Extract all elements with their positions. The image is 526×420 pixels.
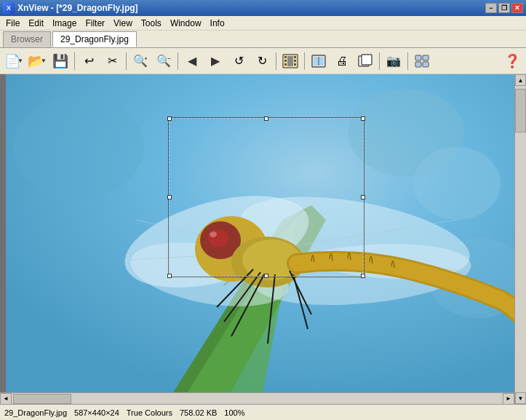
- tab-bar: Browser 29_DragonFly.jpg: [0, 31, 526, 48]
- svg-rect-8: [287, 56, 293, 66]
- rotate-left-button[interactable]: ↺: [228, 51, 250, 71]
- tab-browser[interactable]: Browser: [3, 31, 51, 47]
- separator-1: [74, 52, 75, 70]
- compare-button[interactable]: [411, 51, 433, 71]
- menu-file[interactable]: File: [1, 17, 24, 30]
- separator-7: [407, 52, 408, 70]
- separator-2: [126, 52, 127, 70]
- separator-6: [379, 52, 380, 70]
- capture-button[interactable]: 📷: [383, 51, 405, 71]
- next-icon: ▶: [211, 54, 220, 68]
- zoom-in-button[interactable]: 🔍+: [129, 51, 151, 71]
- separator-4: [276, 52, 276, 70]
- svg-rect-14: [415, 55, 421, 60]
- app-icon: X: [3, 2, 15, 14]
- filmstrip-button[interactable]: [279, 51, 301, 71]
- svg-rect-13: [362, 55, 372, 65]
- scissors-button[interactable]: ✂: [101, 51, 123, 71]
- print-icon: 🖨: [336, 55, 348, 68]
- svg-point-37: [210, 231, 217, 237]
- horizontal-scrollbar[interactable]: ◄ ►: [0, 392, 514, 404]
- separator-3: [178, 52, 178, 70]
- help-button[interactable]: ❓: [501, 51, 523, 71]
- scroll-down-button[interactable]: ▼: [515, 392, 526, 404]
- status-colormode: True Colours: [127, 408, 172, 417]
- multipage-icon: [357, 54, 373, 68]
- scroll-left-button[interactable]: ◄: [0, 393, 12, 405]
- zoom-out-icon: 🔍−: [156, 54, 171, 68]
- undo-icon: ↩: [84, 54, 94, 68]
- image-canvas: [0, 74, 526, 404]
- scroll-right-button[interactable]: ►: [503, 393, 514, 405]
- title-bar-controls[interactable]: − ❐ ✕: [485, 3, 523, 13]
- new-button[interactable]: 📄 ▼: [3, 51, 25, 71]
- svg-point-21: [13, 96, 144, 198]
- title-bar-left: X XnView - [*29_DragonFly.jpg]: [3, 2, 138, 14]
- status-bar: 29_DragonFly.jpg 587×440×24 True Colours…: [0, 404, 526, 420]
- filmstrip-icon: [282, 54, 298, 68]
- svg-rect-6: [294, 60, 296, 62]
- open-arrow-icon: ▼: [41, 58, 47, 64]
- svg-point-20: [413, 147, 501, 220]
- separator-5: [304, 52, 305, 70]
- svg-rect-7: [294, 63, 296, 66]
- toolbar: 📄 ▼ 📂 ▼ 💾 ↩ ✂ 🔍+ 🔍− ◀ ▶ ↺ ↻: [0, 48, 526, 74]
- restore-button[interactable]: ❐: [498, 3, 510, 13]
- fit-window-icon: [311, 54, 327, 68]
- svg-rect-3: [284, 60, 287, 62]
- open-button[interactable]: 📂 ▼: [26, 51, 48, 71]
- minimize-button[interactable]: −: [485, 3, 497, 13]
- svg-rect-17: [423, 62, 429, 67]
- main-content: ▲ ▼ ◄ ►: [0, 74, 526, 404]
- menu-info[interactable]: Info: [206, 17, 229, 30]
- svg-rect-16: [415, 62, 421, 67]
- status-zoom: 100%: [224, 408, 244, 417]
- zoom-out-button[interactable]: 🔍−: [153, 51, 175, 71]
- rotate-right-icon: ↻: [258, 54, 267, 68]
- svg-point-36: [208, 229, 228, 247]
- prev-icon: ◀: [188, 54, 196, 68]
- menu-bar: File Edit Image Filter View Tools Window…: [0, 16, 526, 31]
- menu-filter[interactable]: Filter: [81, 17, 109, 30]
- svg-rect-15: [423, 55, 429, 60]
- zoom-in-icon: 🔍+: [133, 54, 148, 68]
- menu-edit[interactable]: Edit: [24, 17, 48, 30]
- camera-icon: 📷: [386, 54, 401, 68]
- scroll-thumb-horizontal[interactable]: [13, 394, 71, 404]
- tab-image[interactable]: 29_DragonFly.jpg: [52, 31, 137, 47]
- svg-rect-5: [294, 56, 296, 58]
- close-button[interactable]: ✕: [511, 3, 523, 13]
- scroll-up-button[interactable]: ▲: [515, 74, 526, 86]
- title-bar: X XnView - [*29_DragonFly.jpg] − ❐ ✕: [0, 0, 526, 16]
- menu-view[interactable]: View: [109, 17, 137, 30]
- window-title: XnView - [*29_DragonFly.jpg]: [17, 3, 138, 13]
- new-arrow-icon: ▼: [17, 58, 23, 64]
- scroll-thumb-vertical[interactable]: [515, 89, 526, 132]
- save-button[interactable]: 💾: [49, 51, 71, 71]
- multipage-button[interactable]: [354, 51, 376, 71]
- menu-image[interactable]: Image: [48, 17, 81, 30]
- status-filename: 29_DragonFly.jpg: [4, 408, 67, 417]
- menu-tools[interactable]: Tools: [137, 17, 166, 30]
- status-filesize: 758.02 KB: [180, 408, 217, 417]
- rotate-left-icon: ↺: [234, 54, 244, 68]
- save-icon: 💾: [52, 53, 68, 69]
- svg-rect-2: [284, 56, 287, 58]
- undo-button[interactable]: ↩: [78, 51, 100, 71]
- prev-button[interactable]: ◀: [181, 51, 203, 71]
- svg-rect-4: [284, 63, 287, 66]
- print-button[interactable]: 🖨: [331, 51, 353, 71]
- compare-icon: [414, 54, 430, 68]
- fit-window-button[interactable]: [308, 51, 330, 71]
- vertical-scrollbar[interactable]: ▲ ▼: [514, 74, 526, 404]
- scissors-icon: ✂: [108, 54, 117, 68]
- status-dimensions: 587×440×24: [74, 408, 119, 417]
- help-icon: ❓: [504, 53, 520, 69]
- rotate-right-button[interactable]: ↻: [251, 51, 273, 71]
- menu-window[interactable]: Window: [166, 17, 206, 30]
- next-button[interactable]: ▶: [204, 51, 226, 71]
